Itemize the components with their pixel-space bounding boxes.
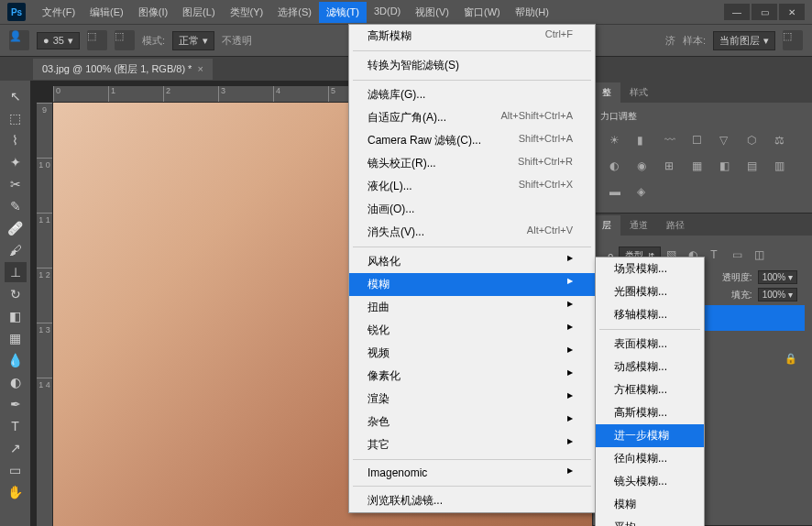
blend-mode-dropdown[interactable]: 正常 ▾ — [172, 31, 214, 50]
submenu-item[interactable]: 动感模糊... — [596, 356, 704, 378]
selective-color-icon[interactable]: ◈ — [637, 185, 653, 200]
brightness-icon[interactable]: ☀ — [609, 134, 626, 148]
crop-tool[interactable]: ✂ — [5, 174, 27, 194]
marquee-tool[interactable]: ⬚ — [5, 108, 27, 128]
menu-item[interactable]: 扭曲 — [349, 296, 595, 319]
menu-item[interactable]: 锐化 — [349, 319, 595, 342]
lock-icon[interactable]: 🔒 — [785, 353, 797, 365]
type-tool[interactable]: T — [5, 416, 27, 436]
menu-选择(S)[interactable]: 选择(S) — [270, 2, 319, 23]
menu-item[interactable]: 消失点(V)...Alt+Ctrl+V — [349, 221, 595, 244]
channel-mixer-icon[interactable]: ⊞ — [664, 159, 681, 174]
menu-编辑(E)[interactable]: 编辑(E) — [82, 2, 131, 23]
submenu-item[interactable]: 镜头模糊... — [596, 470, 704, 493]
submenu-item[interactable]: 方框模糊... — [596, 378, 704, 401]
document-tab[interactable]: 03.jpg @ 100% (图层 1, RGB/8) *× — [33, 59, 213, 80]
close-tab-icon[interactable]: × — [197, 63, 203, 74]
photo-filter-icon[interactable]: ◉ — [637, 159, 653, 174]
submenu-item[interactable]: 平均 — [596, 516, 704, 526]
healing-brush-tool[interactable]: 🩹 — [5, 218, 27, 238]
menu-item[interactable]: 渲染 — [349, 388, 595, 411]
move-tool[interactable]: ↖ — [5, 86, 27, 106]
filter-shape-icon[interactable]: ▭ — [732, 248, 749, 263]
brush-settings-icon[interactable]: ⬚ — [115, 30, 135, 50]
menu-item[interactable]: 镜头校正(R)...Shift+Ctrl+R — [349, 152, 595, 175]
close-button[interactable]: ✕ — [779, 4, 805, 20]
menu-browse-online[interactable]: 浏览联机滤镜... — [349, 489, 595, 512]
path-selection-tool[interactable]: ↗ — [5, 438, 27, 458]
paths-tab[interactable]: 路径 — [657, 215, 694, 236]
menu-item[interactable]: 模糊 — [349, 273, 595, 296]
adjustments-tab[interactable]: 整 — [593, 82, 620, 103]
layers-tab[interactable]: 层 — [593, 215, 620, 236]
posterize-icon[interactable]: ▤ — [747, 159, 763, 174]
filter-smart-icon[interactable]: ◫ — [754, 248, 771, 263]
menu-滤镜(T)[interactable]: 滤镜(T) — [319, 2, 367, 23]
menu-类型(Y)[interactable]: 类型(Y) — [223, 2, 271, 23]
submenu-item[interactable]: 模糊 — [596, 493, 704, 516]
eraser-tool[interactable]: ◧ — [5, 306, 27, 326]
bw-icon[interactable]: ◐ — [609, 159, 626, 174]
eyedropper-tool[interactable]: ✎ — [5, 196, 27, 216]
hue-icon[interactable]: ⬡ — [747, 134, 763, 148]
invert-icon[interactable]: ◧ — [719, 159, 736, 174]
lookup-icon[interactable]: ▦ — [692, 159, 708, 174]
menu-item[interactable]: 风格化 — [349, 250, 595, 273]
menu-item[interactable]: Camera Raw 滤镜(C)...Shift+Ctrl+A — [349, 129, 595, 152]
threshold-icon[interactable]: ▥ — [774, 159, 791, 174]
fill-input[interactable]: 100% ▾ — [758, 288, 797, 301]
styles-tab[interactable]: 样式 — [620, 82, 657, 103]
submenu-item[interactable]: 径向模糊... — [596, 447, 704, 470]
menu-文件(F)[interactable]: 文件(F) — [35, 2, 82, 23]
brush-tool[interactable]: 🖌 — [5, 240, 27, 260]
curves-icon[interactable]: 〰 — [664, 134, 681, 148]
menu-item[interactable]: 自适应广角(A)...Alt+Shift+Ctrl+A — [349, 106, 595, 129]
menu-窗口(W)[interactable]: 窗口(W) — [456, 2, 508, 23]
exposure-icon[interactable]: ☐ — [692, 134, 708, 148]
menu-convert-smart[interactable]: 转换为智能滤镜(S) — [349, 54, 595, 77]
menu-item[interactable]: 像素化 — [349, 365, 595, 388]
history-brush-tool[interactable]: ↻ — [5, 284, 27, 304]
balance-icon[interactable]: ⚖ — [774, 134, 791, 148]
submenu-item[interactable]: 移轴模糊... — [596, 303, 704, 326]
lasso-tool[interactable]: ⌇ — [5, 130, 27, 150]
levels-icon[interactable]: ▮ — [637, 134, 653, 148]
submenu-item[interactable]: 高斯模糊... — [596, 401, 704, 424]
menu-图层(L)[interactable]: 图层(L) — [175, 2, 222, 23]
sample-dropdown[interactable]: 当前图层 ▾ — [713, 31, 775, 50]
submenu-item[interactable]: 进一步模糊 — [596, 424, 704, 447]
menu-视图(V)[interactable]: 视图(V) — [408, 2, 456, 23]
submenu-item[interactable]: 表面模糊... — [596, 333, 704, 356]
submenu-item[interactable]: 光圈模糊... — [596, 280, 704, 303]
pen-tool[interactable]: ✒ — [5, 394, 27, 414]
sample-options-icon[interactable]: ⬚ — [783, 30, 803, 50]
menu-item[interactable]: 视频 — [349, 342, 595, 365]
submenu-item[interactable]: 场景模糊... — [596, 258, 704, 280]
shape-tool[interactable]: ▭ — [5, 460, 27, 480]
menu-帮助(H)[interactable]: 帮助(H) — [508, 2, 556, 23]
menu-last-filter[interactable]: 高斯模糊Ctrl+F — [349, 25, 595, 48]
hand-tool[interactable]: ✋ — [5, 482, 27, 502]
brush-preset-picker[interactable]: ●35▾ — [37, 32, 80, 49]
channels-tab[interactable]: 通道 — [620, 215, 657, 236]
menu-item[interactable]: 滤镜库(G)... — [349, 83, 595, 106]
filter-type-icon[interactable]: T — [710, 248, 727, 263]
menu-3D(D)[interactable]: 3D(D) — [367, 2, 408, 23]
menu-item[interactable]: 油画(O)... — [349, 198, 595, 221]
magic-wand-tool[interactable]: ✦ — [5, 152, 27, 172]
blur-tool[interactable]: 💧 — [5, 350, 27, 370]
menu-item[interactable]: 杂色 — [349, 411, 595, 433]
tool-preset-icon[interactable]: 👤 — [9, 30, 29, 50]
clone-stamp-tool[interactable]: ⊥ — [5, 262, 27, 282]
gradient-tool[interactable]: ▦ — [5, 328, 27, 348]
minimize-button[interactable]: — — [724, 4, 750, 20]
dodge-tool[interactable]: ◐ — [5, 372, 27, 392]
brush-panel-icon[interactable]: ⬚ — [87, 30, 107, 50]
menu-图像(I)[interactable]: 图像(I) — [131, 2, 175, 23]
menu-item[interactable]: 液化(L)...Shift+Ctrl+X — [349, 175, 595, 198]
gradient-map-icon[interactable]: ▬ — [609, 185, 626, 200]
opacity-input[interactable]: 100% ▾ — [758, 270, 797, 284]
menu-imagenomic[interactable]: Imagenomic — [349, 463, 595, 483]
vibrance-icon[interactable]: ▽ — [719, 134, 736, 148]
maximize-button[interactable]: ▭ — [752, 4, 777, 20]
